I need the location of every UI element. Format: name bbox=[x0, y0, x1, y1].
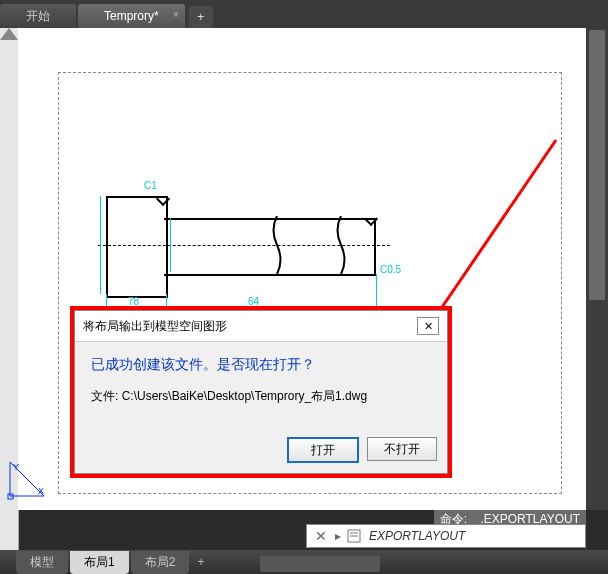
ucs-icon: Y X bbox=[6, 456, 50, 500]
tab-temprory[interactable]: Temprory*× bbox=[78, 4, 185, 28]
button-label: 打开 bbox=[311, 442, 335, 459]
tab-model[interactable]: 模型 bbox=[16, 551, 68, 574]
dim-c1: C1 bbox=[144, 180, 157, 191]
command-icon bbox=[347, 529, 361, 543]
tab-layout2[interactable]: 布局2 bbox=[131, 551, 190, 574]
dialog-title: 将布局输出到模型空间图形 bbox=[83, 318, 227, 335]
dim-c05: C0.5 bbox=[380, 264, 401, 275]
tab-layout1[interactable]: 布局1 bbox=[70, 551, 129, 574]
export-dialog: 将布局输出到模型空间图形 ✕ 已成功创建该文件。是否现在打开？ 文件: C:\U… bbox=[74, 310, 448, 474]
dialog-body: 已成功创建该文件。是否现在打开？ 文件: C:\Users\BaiKe\Desk… bbox=[75, 342, 447, 431]
ucs-y: Y bbox=[13, 462, 19, 472]
chevron-right-icon: ▸ bbox=[335, 529, 341, 543]
break-line bbox=[334, 216, 348, 274]
open-button[interactable]: 打开 bbox=[287, 437, 359, 463]
tab-label: 模型 bbox=[30, 555, 54, 569]
bolt-head bbox=[106, 196, 168, 298]
command-line[interactable]: ✕ ▸ bbox=[306, 524, 586, 548]
dim-ext bbox=[170, 218, 171, 272]
no-open-button[interactable]: 不打开 bbox=[367, 437, 437, 461]
tab-add[interactable]: + bbox=[189, 6, 213, 28]
dim-ext bbox=[100, 196, 101, 294]
ucs-x: X bbox=[38, 486, 44, 496]
scrollbar-horizontal[interactable] bbox=[260, 556, 380, 572]
tab-label: 布局2 bbox=[145, 555, 176, 569]
dialog-titlebar[interactable]: 将布局输出到模型空间图形 ✕ bbox=[75, 311, 447, 342]
tab-start[interactable]: 开始 bbox=[0, 4, 76, 28]
break-line bbox=[270, 216, 284, 274]
close-icon: ✕ bbox=[424, 320, 433, 333]
layout-tabs: 模型 布局1 布局2 + bbox=[0, 550, 608, 574]
clear-icon[interactable]: ✕ bbox=[315, 528, 327, 544]
tab-label: Temprory* bbox=[104, 9, 159, 23]
tab-add-layout[interactable]: + bbox=[197, 555, 204, 569]
dialog-buttons: 打开 不打开 bbox=[75, 431, 447, 473]
scrollbar-vertical[interactable] bbox=[586, 28, 608, 510]
ruler-marker bbox=[0, 28, 18, 40]
plus-icon: + bbox=[197, 555, 204, 569]
dialog-question: 已成功创建该文件。是否现在打开？ bbox=[91, 356, 431, 374]
scroll-thumb[interactable] bbox=[589, 30, 605, 300]
command-input[interactable] bbox=[367, 528, 585, 544]
document-tabs: 开始 Temprory*× + bbox=[0, 0, 608, 29]
close-button[interactable]: ✕ bbox=[417, 317, 439, 335]
dialog-filepath: 文件: C:\Users\BaiKe\Desktop\Temprory_布局1.… bbox=[91, 388, 431, 405]
close-icon[interactable]: × bbox=[173, 9, 179, 20]
plus-icon: + bbox=[197, 10, 204, 24]
tab-label: 开始 bbox=[26, 8, 50, 25]
tab-label: 布局1 bbox=[84, 555, 115, 569]
button-label: 不打开 bbox=[384, 441, 420, 458]
dialog-highlight: 将布局输出到模型空间图形 ✕ 已成功创建该文件。是否现在打开？ 文件: C:\U… bbox=[70, 306, 452, 478]
